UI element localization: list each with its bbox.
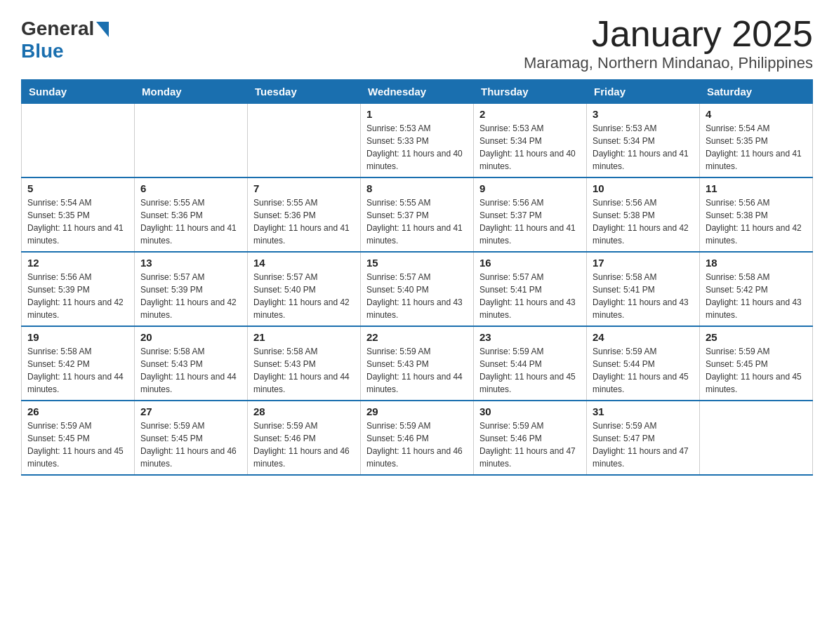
table-row: [135, 104, 248, 178]
day-info: Sunrise: 5:59 AMSunset: 5:46 PMDaylight:…: [366, 420, 468, 470]
calendar-week-row: 1Sunrise: 5:53 AMSunset: 5:33 PMDaylight…: [22, 104, 813, 178]
day-info: Sunrise: 5:59 AMSunset: 5:45 PMDaylight:…: [140, 420, 241, 470]
calendar-week-row: 12Sunrise: 5:56 AMSunset: 5:39 PMDayligh…: [22, 252, 813, 326]
svg-marker-0: [96, 22, 109, 37]
table-row: 31Sunrise: 5:59 AMSunset: 5:47 PMDayligh…: [587, 401, 700, 475]
day-info: Sunrise: 5:58 AMSunset: 5:43 PMDaylight:…: [140, 345, 241, 396]
day-info: Sunrise: 5:57 AMSunset: 5:41 PMDaylight:…: [479, 271, 581, 321]
day-info: Sunrise: 5:59 AMSunset: 5:44 PMDaylight:…: [479, 345, 581, 396]
header-thursday: Thursday: [474, 80, 587, 104]
day-number: 28: [253, 405, 355, 417]
table-row: 11Sunrise: 5:56 AMSunset: 5:38 PMDayligh…: [700, 177, 813, 252]
day-number: 1: [366, 108, 468, 120]
day-number: 22: [366, 331, 468, 343]
day-info: Sunrise: 5:55 AMSunset: 5:37 PMDaylight:…: [366, 196, 468, 247]
day-number: 5: [27, 182, 128, 194]
table-row: 27Sunrise: 5:59 AMSunset: 5:45 PMDayligh…: [135, 401, 248, 475]
day-number: 12: [27, 257, 128, 269]
logo-blue-text: Blue: [21, 40, 64, 62]
day-info: Sunrise: 5:58 AMSunset: 5:42 PMDaylight:…: [706, 271, 807, 321]
table-row: 15Sunrise: 5:57 AMSunset: 5:40 PMDayligh…: [361, 252, 474, 326]
page-header: General Blue January 2025 Maramag, North…: [21, 14, 813, 72]
logo-arrow-icon: [96, 22, 109, 37]
day-number: 31: [593, 405, 694, 417]
header-tuesday: Tuesday: [248, 80, 361, 104]
day-info: Sunrise: 5:57 AMSunset: 5:39 PMDaylight:…: [140, 271, 241, 321]
table-row: 29Sunrise: 5:59 AMSunset: 5:46 PMDayligh…: [361, 401, 474, 475]
day-number: 20: [140, 331, 241, 343]
header-friday: Friday: [587, 80, 700, 104]
logo: General Blue: [21, 18, 109, 62]
table-row: 23Sunrise: 5:59 AMSunset: 5:44 PMDayligh…: [474, 326, 587, 401]
calendar-week-row: 5Sunrise: 5:54 AMSunset: 5:35 PMDaylight…: [22, 177, 813, 252]
day-number: 4: [706, 108, 807, 120]
day-info: Sunrise: 5:58 AMSunset: 5:41 PMDaylight:…: [593, 271, 694, 321]
table-row: 10Sunrise: 5:56 AMSunset: 5:38 PMDayligh…: [587, 177, 700, 252]
table-row: 2Sunrise: 5:53 AMSunset: 5:34 PMDaylight…: [474, 104, 587, 178]
day-info: Sunrise: 5:54 AMSunset: 5:35 PMDaylight:…: [27, 196, 128, 247]
table-row: 5Sunrise: 5:54 AMSunset: 5:35 PMDaylight…: [22, 177, 135, 252]
day-number: 21: [253, 331, 355, 343]
header-sunday: Sunday: [22, 80, 135, 104]
logo-general-text: General: [21, 18, 94, 40]
day-number: 13: [140, 257, 241, 269]
table-row: 9Sunrise: 5:56 AMSunset: 5:37 PMDaylight…: [474, 177, 587, 252]
day-number: 2: [479, 108, 581, 120]
table-row: 20Sunrise: 5:58 AMSunset: 5:43 PMDayligh…: [135, 326, 248, 401]
day-number: 19: [27, 331, 128, 343]
table-row: 8Sunrise: 5:55 AMSunset: 5:37 PMDaylight…: [361, 177, 474, 252]
day-info: Sunrise: 5:59 AMSunset: 5:45 PMDaylight:…: [706, 345, 807, 396]
day-number: 14: [253, 257, 355, 269]
table-row: 25Sunrise: 5:59 AMSunset: 5:45 PMDayligh…: [700, 326, 813, 401]
table-row: 18Sunrise: 5:58 AMSunset: 5:42 PMDayligh…: [700, 252, 813, 326]
day-number: 6: [140, 182, 241, 194]
day-number: 8: [366, 182, 468, 194]
table-row: 24Sunrise: 5:59 AMSunset: 5:44 PMDayligh…: [587, 326, 700, 401]
day-info: Sunrise: 5:53 AMSunset: 5:34 PMDaylight:…: [479, 122, 581, 173]
table-row: 14Sunrise: 5:57 AMSunset: 5:40 PMDayligh…: [248, 252, 361, 326]
day-info: Sunrise: 5:57 AMSunset: 5:40 PMDaylight:…: [253, 271, 355, 321]
table-row: 21Sunrise: 5:58 AMSunset: 5:43 PMDayligh…: [248, 326, 361, 401]
day-info: Sunrise: 5:56 AMSunset: 5:39 PMDaylight:…: [27, 271, 128, 321]
day-number: 17: [593, 257, 694, 269]
day-info: Sunrise: 5:55 AMSunset: 5:36 PMDaylight:…: [253, 196, 355, 247]
page-title: January 2025: [524, 14, 813, 54]
calendar-week-row: 19Sunrise: 5:58 AMSunset: 5:42 PMDayligh…: [22, 326, 813, 401]
day-number: 7: [253, 182, 355, 194]
title-block: January 2025 Maramag, Northern Mindanao,…: [524, 14, 813, 72]
day-info: Sunrise: 5:53 AMSunset: 5:33 PMDaylight:…: [366, 122, 468, 173]
day-info: Sunrise: 5:56 AMSunset: 5:38 PMDaylight:…: [593, 196, 694, 247]
table-row: 3Sunrise: 5:53 AMSunset: 5:34 PMDaylight…: [587, 104, 700, 178]
calendar-table: Sunday Monday Tuesday Wednesday Thursday…: [21, 79, 813, 476]
day-info: Sunrise: 5:59 AMSunset: 5:46 PMDaylight:…: [479, 420, 581, 470]
day-info: Sunrise: 5:58 AMSunset: 5:42 PMDaylight:…: [27, 345, 128, 396]
table-row: [700, 401, 813, 475]
day-number: 10: [593, 182, 694, 194]
day-info: Sunrise: 5:59 AMSunset: 5:47 PMDaylight:…: [593, 420, 694, 470]
table-row: 17Sunrise: 5:58 AMSunset: 5:41 PMDayligh…: [587, 252, 700, 326]
table-row: 16Sunrise: 5:57 AMSunset: 5:41 PMDayligh…: [474, 252, 587, 326]
page-subtitle: Maramag, Northern Mindanao, Philippines: [524, 54, 813, 72]
day-info: Sunrise: 5:59 AMSunset: 5:46 PMDaylight:…: [253, 420, 355, 470]
day-number: 15: [366, 257, 468, 269]
table-row: 4Sunrise: 5:54 AMSunset: 5:35 PMDaylight…: [700, 104, 813, 178]
day-number: 9: [479, 182, 581, 194]
table-row: 30Sunrise: 5:59 AMSunset: 5:46 PMDayligh…: [474, 401, 587, 475]
header-saturday: Saturday: [700, 80, 813, 104]
day-info: Sunrise: 5:59 AMSunset: 5:43 PMDaylight:…: [366, 345, 468, 396]
day-info: Sunrise: 5:53 AMSunset: 5:34 PMDaylight:…: [593, 122, 694, 173]
calendar-header-row: Sunday Monday Tuesday Wednesday Thursday…: [22, 80, 813, 104]
table-row: 26Sunrise: 5:59 AMSunset: 5:45 PMDayligh…: [22, 401, 135, 475]
day-number: 16: [479, 257, 581, 269]
day-number: 11: [706, 182, 807, 194]
table-row: 22Sunrise: 5:59 AMSunset: 5:43 PMDayligh…: [361, 326, 474, 401]
day-info: Sunrise: 5:56 AMSunset: 5:38 PMDaylight:…: [706, 196, 807, 247]
day-number: 3: [593, 108, 694, 120]
day-number: 26: [27, 405, 128, 417]
table-row: [22, 104, 135, 178]
day-number: 18: [706, 257, 807, 269]
day-info: Sunrise: 5:57 AMSunset: 5:40 PMDaylight:…: [366, 271, 468, 321]
day-info: Sunrise: 5:59 AMSunset: 5:44 PMDaylight:…: [593, 345, 694, 396]
header-monday: Monday: [135, 80, 248, 104]
table-row: 7Sunrise: 5:55 AMSunset: 5:36 PMDaylight…: [248, 177, 361, 252]
